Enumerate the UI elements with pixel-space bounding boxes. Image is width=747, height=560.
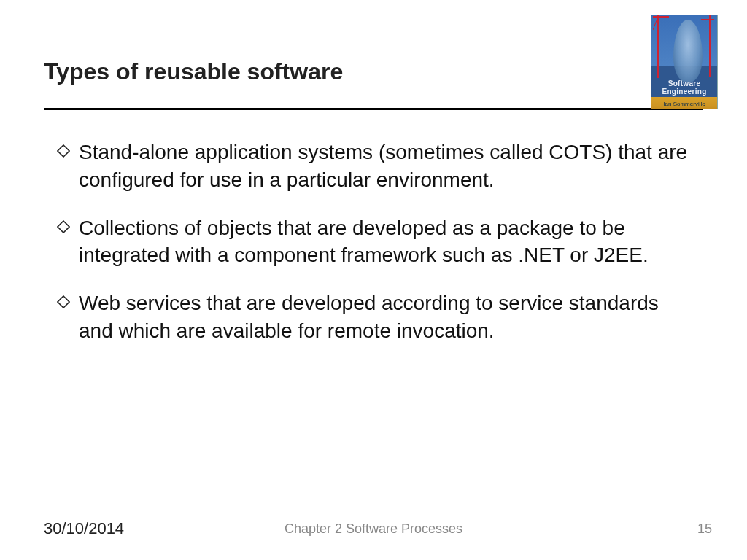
- svg-line-2: [653, 17, 658, 30]
- book-title-text: Software Engineering: [651, 79, 717, 96]
- slide-body: Stand-alone application systems (sometim…: [57, 139, 696, 365]
- slide: Types of reusable software Software Engi…: [0, 0, 747, 560]
- list-item: Web services that are developed accordin…: [57, 289, 696, 345]
- svg-marker-6: [58, 221, 69, 233]
- list-item: Stand-alone application systems (sometim…: [57, 139, 696, 194]
- list-item-text: Stand-alone application systems (sometim…: [79, 139, 696, 194]
- title-divider: [44, 108, 703, 110]
- list-item: Collections of objects that are develope…: [57, 214, 696, 270]
- footer-chapter: Chapter 2 Software Processes: [0, 521, 747, 537]
- slide-title: Types of reusable software: [44, 58, 703, 107]
- book-author-text: Ian Sommerville: [651, 101, 717, 107]
- list-item-text: Web services that are developed accordin…: [79, 289, 696, 345]
- diamond-bullet-icon: [57, 295, 70, 308]
- svg-marker-7: [58, 296, 69, 308]
- slide-header: Types of reusable software: [0, 0, 747, 107]
- diamond-bullet-icon: [57, 144, 70, 158]
- book-cover-image: Software Engineering Ian Sommerville: [651, 15, 718, 109]
- diamond-bullet-icon: [57, 220, 70, 233]
- footer-page-number: 15: [697, 521, 712, 537]
- svg-marker-5: [58, 145, 69, 157]
- slide-footer: 30/10/2014 Chapter 2 Software Processes …: [0, 516, 747, 538]
- list-item-text: Collections of objects that are develope…: [79, 214, 696, 270]
